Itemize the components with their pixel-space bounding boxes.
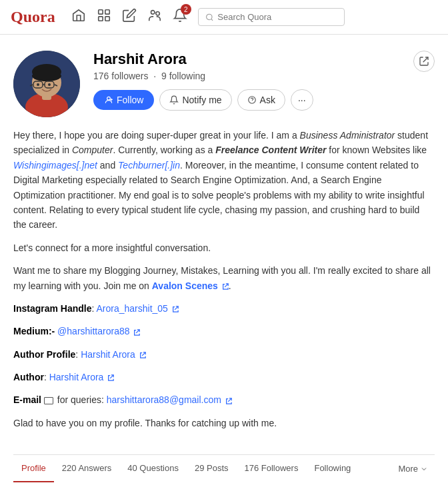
- list-icon[interactable]: [97, 8, 111, 26]
- chevron-down-icon: [420, 465, 428, 473]
- medium-external-icon: [133, 329, 140, 336]
- tab-posts[interactable]: 29 Posts: [187, 455, 237, 482]
- followers-link[interactable]: 176 followers: [93, 71, 151, 81]
- bio-section: Hey there, I hope you are doing super-du…: [13, 128, 435, 449]
- techburner-link[interactable]: Techburner[.]in: [118, 160, 180, 171]
- bio-instagram: Instagram Handle: Arora_harshit_05: [13, 301, 435, 316]
- svg-point-13: [32, 71, 61, 81]
- profile-stats: 176 followers · 9 following: [93, 71, 435, 81]
- profile-header: Harshit Arora 176 followers · 9 followin…: [13, 51, 435, 117]
- instagram-link[interactable]: Arora_harshit_05: [97, 303, 168, 314]
- following-link[interactable]: 9 following: [161, 71, 205, 81]
- edit-icon[interactable]: [122, 8, 137, 26]
- profile-name: Harshit Arora: [93, 51, 435, 68]
- author-profile-link[interactable]: Harshit Arora: [81, 349, 135, 360]
- svg-rect-1: [105, 10, 109, 14]
- tab-following[interactable]: Following: [306, 455, 359, 482]
- svg-line-27: [175, 306, 178, 310]
- tab-questions[interactable]: 40 Questions: [119, 455, 187, 482]
- profile-info: Harshit Arora 176 followers · 9 followin…: [93, 51, 435, 111]
- bio-author: Author: Harshit Arora: [13, 370, 435, 384]
- bell-icon: [169, 95, 179, 105]
- header-nav: 2: [71, 8, 437, 26]
- ask-icon: [247, 95, 257, 105]
- svg-rect-3: [105, 17, 109, 21]
- bio-paragraph-2: Let's connect for a more insightful conv…: [13, 241, 435, 255]
- author-external-icon: [107, 374, 114, 381]
- author-profile-external-icon: [139, 352, 146, 358]
- share-button[interactable]: [413, 51, 435, 72]
- svg-line-7: [211, 19, 212, 20]
- wishingimages-link[interactable]: Wishingimages[.]net: [13, 160, 97, 171]
- svg-point-20: [48, 83, 51, 86]
- avalon-link[interactable]: Avalon Scenes: [152, 280, 218, 291]
- search-icon: [205, 13, 214, 22]
- ask-button[interactable]: Ask: [237, 89, 285, 111]
- follow-icon: [104, 95, 113, 105]
- svg-line-26: [225, 284, 228, 287]
- bio-medium: Medium:- @harshittarora88: [13, 324, 435, 338]
- svg-rect-0: [98, 10, 102, 14]
- more-options-button[interactable]: ···: [291, 89, 313, 111]
- svg-line-30: [110, 375, 113, 378]
- medium-link[interactable]: @harshittarora88: [57, 326, 129, 336]
- search-input[interactable]: [217, 12, 337, 22]
- svg-point-5: [156, 12, 160, 16]
- home-icon[interactable]: [71, 8, 86, 26]
- svg-rect-2: [98, 17, 102, 21]
- external-link-icon: [222, 283, 229, 290]
- header: Quora: [0, 0, 448, 35]
- tab-followers[interactable]: 176 Followers: [237, 455, 307, 482]
- follow-button[interactable]: Follow: [93, 90, 154, 110]
- svg-line-28: [137, 329, 140, 332]
- search-bar[interactable]: [198, 8, 345, 26]
- notification-badge: 2: [181, 4, 191, 15]
- email-external-icon: [225, 398, 232, 404]
- bottom-tabs: Profile 220 Answers 40 Questions 29 Post…: [13, 454, 435, 482]
- bio-paragraph-3: Want me to share my Blogging Journey, Mi…: [13, 263, 435, 293]
- svg-line-29: [142, 352, 145, 356]
- svg-point-4: [151, 11, 155, 15]
- profile-actions: Follow Notify me: [93, 89, 435, 111]
- tab-more[interactable]: More: [391, 456, 435, 482]
- svg-line-31: [228, 398, 231, 402]
- bio-closing: Glad to have you on my profile. Thanks f…: [13, 416, 435, 430]
- email-link[interactable]: harshittarora88@gmail.com: [107, 394, 221, 405]
- svg-point-19: [37, 83, 39, 86]
- avatar: [13, 51, 80, 117]
- bio-email: E-mail for queries: harshittarora88@gmai…: [13, 392, 435, 407]
- instagram-external-icon: [172, 306, 179, 312]
- quora-logo[interactable]: Quora: [11, 8, 55, 26]
- author-link[interactable]: Harshit Arora: [49, 372, 104, 382]
- email-icon: [44, 397, 53, 404]
- svg-point-6: [206, 14, 211, 19]
- profile-container: Harshit Arora 176 followers · 9 followin…: [0, 35, 448, 482]
- notification-icon[interactable]: 2: [173, 8, 187, 26]
- tab-answers[interactable]: 220 Answers: [54, 455, 119, 482]
- bio-paragraph-1: Hey there, I hope you are doing super-du…: [13, 128, 435, 233]
- bio-author-profile: Author Profile: Harshit Arora: [13, 347, 435, 362]
- tab-profile[interactable]: Profile: [13, 455, 54, 482]
- notify-button[interactable]: Notify me: [159, 89, 231, 111]
- people-icon[interactable]: [147, 8, 162, 26]
- share-icon: [419, 56, 429, 67]
- svg-point-21: [107, 97, 111, 100]
